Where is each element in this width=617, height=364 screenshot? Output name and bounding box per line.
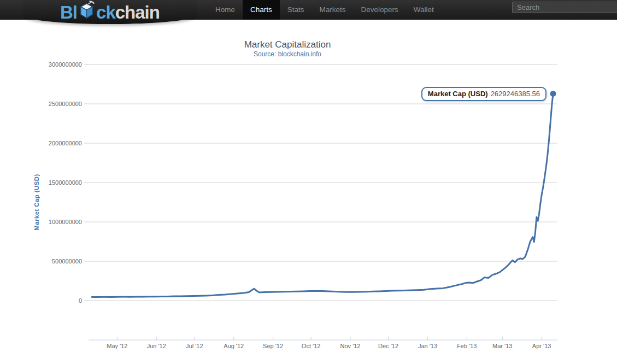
chart-canvas[interactable]: 0500000000100000000015000000002000000000… [0,20,617,364]
blockchain-cube-icon [78,0,96,21]
y-tick-label: 0 [79,297,82,304]
y-tick-label: 500000000 [52,258,82,265]
search-input[interactable] [512,2,617,13]
nav-item-developers[interactable]: Developers [354,0,406,20]
y-tick-label: 2500000000 [49,101,82,107]
x-tick-label: Jul '12 [186,343,203,349]
nav-item-stats[interactable]: Stats [280,0,312,20]
nav-item-home[interactable]: Home [208,0,243,20]
x-tick-label: Dec '12 [378,343,398,349]
y-tick-label: 1500000000 [49,179,82,186]
blockchain-logo[interactable]: Bl ck chain [25,0,195,24]
x-tick-label: Sep '12 [263,343,283,349]
x-tick-label: Jan '13 [418,343,437,349]
tooltip-series-label: Market Cap (USD) [428,90,488,98]
market-cap-line[interactable] [92,93,553,297]
tooltip-value: 2629246385.56 [491,90,540,98]
logo-text-ck: ck [96,3,115,21]
x-tick-label: Feb '13 [457,343,477,349]
x-tick-label: Aug '12 [224,343,244,349]
logo-text-bl: Bl [60,3,77,21]
data-point-marker[interactable] [550,91,556,97]
y-tick-label: 2000000000 [49,140,82,146]
nav-item-markets[interactable]: Markets [312,0,354,20]
nav-item-charts[interactable]: Charts [243,0,280,20]
nav-item-wallet[interactable]: Wallet [406,0,442,20]
x-tick-label: Jun '12 [147,343,166,349]
x-tick-label: Oct '12 [302,343,321,349]
chart-tooltip: Market Cap (USD)2629246385.56 [421,87,547,101]
y-tick-label: 3000000000 [49,61,82,68]
main-navigation: Home Charts Stats Markets Developers Wal… [208,0,442,20]
logo-text-chain: chain [115,3,160,21]
x-tick-label: Nov '12 [340,343,361,349]
x-tick-label: Mar '13 [492,343,512,349]
x-tick-label: Apr '13 [532,343,551,349]
y-tick-label: 1000000000 [49,219,82,225]
x-tick-label: May '12 [107,343,127,349]
